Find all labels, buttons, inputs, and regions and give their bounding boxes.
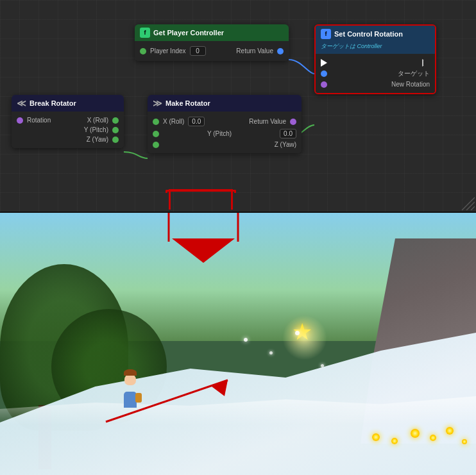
set-control-rotation-node[interactable]: f Set Control Rotation ターゲットは Controller… [314,24,436,94]
split-icon: ≫ [153,98,162,108]
node-title: Get Player Controller [153,29,224,37]
function-icon: f [140,28,150,38]
return-value-label: Return Value [236,47,273,54]
get-player-controller-node[interactable]: f Get Player Controller Player Index 0 R… [135,24,289,61]
player-index-pin [140,48,146,54]
x-roll-pin [153,119,159,125]
y-pitch-value[interactable]: 0.0 [280,129,296,138]
y-pitch-pin [153,131,159,137]
y-pitch-label: Y (Pitch) [207,130,232,137]
light-ball-5 [446,427,454,435]
z-yaw-pin [153,142,159,148]
new-rotation-label: New Rotation [391,81,430,88]
function-icon: f [321,29,331,39]
y-pitch-label: Y (Pitch) [84,126,108,133]
node-title: Set Control Rotation [334,30,403,38]
node-body: Player Index 0 Return Value [135,41,289,61]
light-ball-1 [372,433,380,441]
player-index-row: Player Index 0 Return Value [140,45,284,57]
player-index-label: Player Index [150,47,186,54]
resize-handle [459,194,475,210]
node-header: f Set Control Rotation ターゲットは Controller [316,26,435,54]
light-ball-2 [391,438,398,444]
new-rotation-pin [321,81,327,88]
exec-out-pin [422,59,430,67]
rotation-row: Rotation X (Roll) [17,115,119,125]
node-title: Break Rotator [30,99,76,107]
red-arrow-down [169,189,233,210]
svg-line-2 [471,206,475,210]
x-roll-label: X (Roll) [87,117,108,124]
z-yaw-label: Z (Yaw) [275,141,296,148]
sparkle-2 [269,351,273,354]
node-title: Make Rotator [166,99,210,107]
sparkle-3 [295,331,300,335]
rotation-pin [17,117,23,124]
node-header: ≫ Make Rotator [148,95,302,112]
target-pin [321,71,327,77]
z-yaw-row: Z (Yaw) [17,135,119,144]
z-yaw-row: Z (Yaw) [153,140,296,149]
x-roll-row: X (Roll) 0.0 Return Value [153,115,296,128]
node-body: Rotation X (Roll) Y (Pitch) Z (Yaw) [12,112,124,148]
return-value-label: Return Value [249,118,286,125]
return-value-pin [290,119,296,125]
exec-in-pin [321,59,327,67]
rotation-label: Rotation [27,117,51,124]
svg-marker-5 [172,238,235,263]
node-body: X (Roll) 0.0 Return Value Y (Pitch) 0.0 … [148,112,302,153]
x-roll-out-pin [112,117,119,124]
node-subtitle: ターゲットは Controller [321,42,382,51]
x-roll-label: X (Roll) [163,118,184,125]
red-diagonal-arrow-svg [99,371,247,428]
y-pitch-row: Y (Pitch) 0.0 [153,128,296,140]
svg-line-6 [106,380,228,422]
y-pitch-out-pin [112,127,119,133]
make-rotator-node[interactable]: ≫ Make Rotator X (Roll) 0.0 Return Value… [148,95,302,153]
red-down-arrow-svg [166,213,241,264]
node-header: f Get Player Controller [135,24,289,41]
title-row: f Set Control Rotation [321,29,403,39]
x-roll-value[interactable]: 0.0 [188,117,205,126]
light-ball-4 [430,435,436,441]
target-label: ターゲット [398,69,430,78]
exec-row [321,58,430,68]
star-glow [282,315,327,360]
y-pitch-row: Y (Pitch) [17,125,119,135]
light-ball-6 [462,439,467,444]
target-row: ターゲット [321,68,430,79]
node-header: ≪ Break Rotator [12,95,124,112]
new-rotation-row: New Rotation [321,79,430,89]
z-yaw-out-pin [112,137,119,143]
player-index-value[interactable]: 0 [190,46,206,56]
sparkle-1 [244,338,248,342]
z-yaw-label: Z (Yaw) [87,136,108,143]
game-viewport-panel: ★ [0,213,476,475]
return-value-pin [277,48,284,54]
svg-line-1 [466,202,475,210]
light-ball-3 [411,429,420,438]
node-body: ターゲット New Rotation [316,54,435,93]
sparkle-4 [321,364,324,367]
break-rotator-node[interactable]: ≪ Break Rotator Rotation X (Roll) Y (Pit… [12,95,124,148]
blueprint-editor-panel: f Get Player Controller Player Index 0 R… [0,0,476,212]
split-icon: ≪ [17,98,26,108]
